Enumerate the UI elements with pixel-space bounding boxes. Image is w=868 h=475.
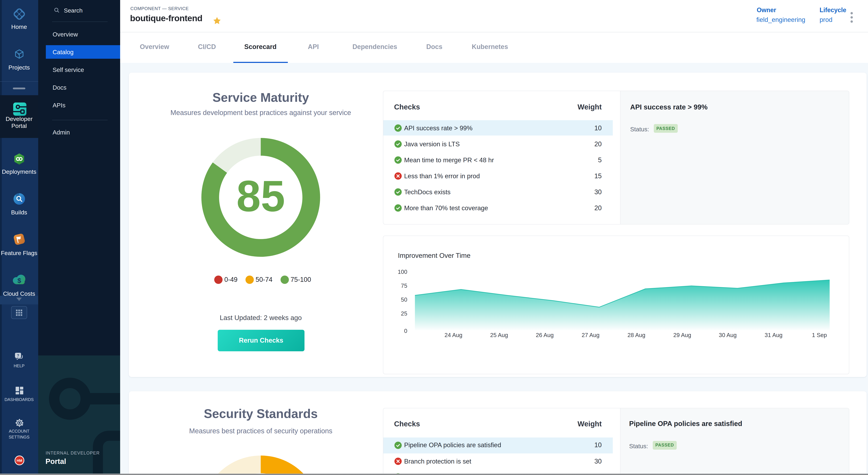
svg-text:?: ? [17,353,19,357]
svg-text:$: $ [18,277,21,284]
